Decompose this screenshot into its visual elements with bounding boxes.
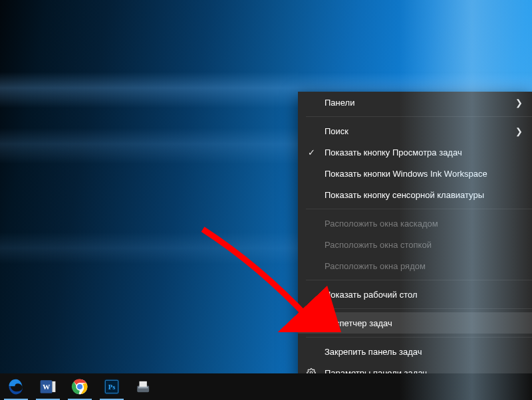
scanner-icon <box>135 378 152 395</box>
menu-separator <box>306 209 532 209</box>
svg-text:Ps: Ps <box>108 383 116 391</box>
chevron-right-icon: ❯ <box>515 126 523 136</box>
menu-separator <box>306 308 532 309</box>
taskbar-app-scanner[interactable] <box>128 373 160 400</box>
check-icon: ✓ <box>306 147 317 157</box>
taskbar[interactable]: W Ps <box>0 373 532 400</box>
menu-item-label: Диспетчер задач <box>325 318 392 328</box>
svg-text:W: W <box>43 383 51 391</box>
taskbar-app-word[interactable]: W <box>32 373 64 400</box>
menu-item-label: Показать кнопки Windows Ink Workspace <box>325 169 487 179</box>
menu-item-sidebyside: Расположить окна рядом <box>298 255 532 276</box>
menu-item-search[interactable]: Поиск ❯ <box>298 120 532 142</box>
menu-item-label: Расположить окна стопкой <box>325 240 432 250</box>
menu-separator <box>306 280 532 280</box>
menu-item-panels[interactable]: Панели ❯ <box>298 92 532 113</box>
menu-item-task-manager[interactable]: Диспетчер задач <box>298 312 532 334</box>
menu-item-show-taskview[interactable]: ✓ Показать кнопку Просмотра задач <box>298 142 532 163</box>
taskbar-app-edge[interactable] <box>0 373 32 400</box>
menu-item-ink-workspace[interactable]: Показать кнопки Windows Ink Workspace <box>298 163 532 184</box>
menu-item-stack: Расположить окна стопкой <box>298 234 532 255</box>
menu-item-show-desktop[interactable]: Показать рабочий стол <box>298 284 532 305</box>
taskbar-app-chrome[interactable] <box>64 373 96 400</box>
chevron-right-icon: ❯ <box>515 98 523 108</box>
svg-rect-11 <box>140 381 147 387</box>
menu-item-lock-taskbar[interactable]: Закрепить панель задач <box>298 341 532 362</box>
menu-item-label: Показать кнопку Просмотра задач <box>325 148 462 157</box>
taskbar-context-menu: Панели ❯ Поиск ❯ ✓ Показать кнопку Просм… <box>298 92 532 383</box>
photoshop-icon: Ps <box>103 378 120 395</box>
menu-item-touch-keyboard[interactable]: Показать кнопку сенсорной клавиатуры <box>298 184 532 205</box>
menu-item-label: Поиск <box>325 126 348 136</box>
menu-item-label: Показать кнопку сенсорной клавиатуры <box>325 190 484 200</box>
word-icon: W <box>39 378 57 395</box>
menu-item-label: Показать рабочий стол <box>325 290 417 300</box>
menu-item-cascade: Расположить окна каскадом <box>298 213 532 234</box>
menu-item-label: Расположить окна рядом <box>325 261 426 271</box>
svg-rect-12 <box>138 387 148 388</box>
menu-separator <box>306 116 532 117</box>
taskbar-app-photoshop[interactable]: Ps <box>96 373 128 400</box>
menu-item-label: Закрепить панель задач <box>325 347 422 357</box>
menu-item-label: Расположить окна каскадом <box>325 219 438 229</box>
desktop-wallpaper: Панели ❯ Поиск ❯ ✓ Показать кнопку Просм… <box>0 0 532 400</box>
chrome-icon <box>71 378 88 395</box>
edge-icon <box>7 378 25 395</box>
menu-separator <box>306 337 532 338</box>
svg-rect-3 <box>53 381 56 392</box>
menu-item-label: Панели <box>325 98 354 108</box>
